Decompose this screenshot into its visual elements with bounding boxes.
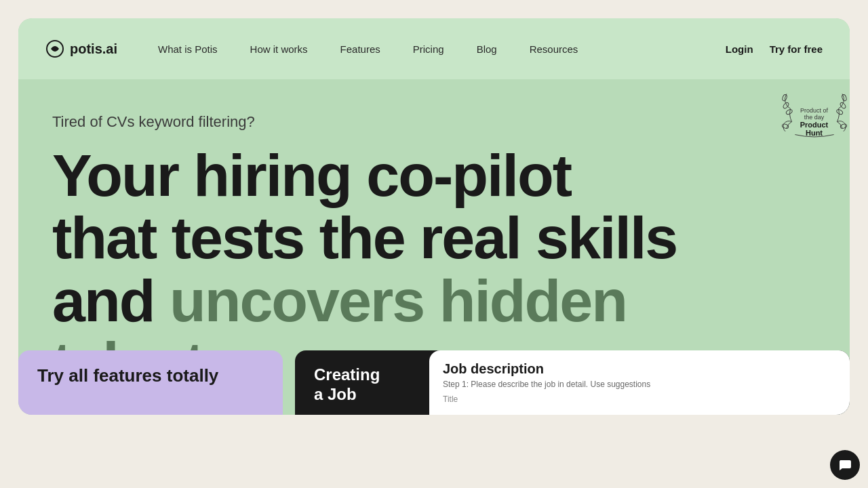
nav-what-is-potis[interactable]: What is Potis [158, 43, 218, 55]
chat-button[interactable] [830, 450, 860, 480]
badge-product-of-day: Product of the day [796, 107, 832, 121]
try-free-button[interactable]: Try for free [770, 43, 823, 55]
logo-area[interactable]: potis.ai [45, 39, 117, 58]
product-hunt-badge: Product of the day Product Hunt [778, 86, 850, 157]
headline-line3-prefix: and [52, 267, 170, 334]
laurel-container: Product of the day Product Hunt [778, 86, 850, 157]
svg-point-2 [782, 102, 789, 109]
svg-point-4 [781, 123, 789, 129]
purple-card[interactable]: Try all features totally [18, 350, 283, 415]
hero-subtitle: Tired of CVs keyword filtering? [52, 113, 816, 131]
nav-resources[interactable]: Resources [530, 43, 578, 55]
job-desc-card: Job description Step 1: Please describe … [429, 350, 850, 415]
potis-logo-icon [45, 39, 64, 58]
svg-point-6 [839, 102, 846, 109]
logo-text: potis.ai [70, 41, 117, 57]
svg-point-8 [840, 123, 847, 129]
dark-card-line1: Creating [314, 365, 380, 385]
nav-features[interactable]: Features [340, 43, 380, 55]
svg-point-3 [781, 94, 787, 102]
nav-how-it-works[interactable]: How it works [250, 43, 308, 55]
navbar: potis.ai What is Potis How it works Feat… [18, 18, 850, 79]
headline-line1: Your hiring co-pilot [52, 142, 571, 209]
badge-product-hunt: Product Hunt [796, 121, 832, 137]
job-desc-field-label: Title [443, 394, 836, 404]
nav-pricing[interactable]: Pricing [413, 43, 444, 55]
job-desc-subtitle: Step 1: Please describe the job in detai… [443, 380, 836, 389]
hero-content: Tired of CVs keyword filtering? Your hir… [18, 79, 850, 395]
nav-right: Login Try for free [726, 43, 823, 55]
page-wrapper: potis.ai What is Potis How it works Feat… [0, 0, 868, 488]
svg-point-1 [785, 108, 793, 115]
login-button[interactable]: Login [726, 43, 753, 55]
purple-card-text: Try all features totally [37, 365, 218, 386]
job-desc-title: Job description [443, 361, 836, 377]
nav-blog[interactable]: Blog [477, 43, 497, 55]
chat-icon [837, 458, 852, 472]
product-hunt-text: Product of the day Product Hunt [796, 107, 832, 137]
dark-card: Creating a Job Job description Step 1: P… [295, 350, 850, 415]
dark-card-content: Creating a Job [314, 365, 380, 405]
nav-links: What is Potis How it works Features Pric… [158, 43, 726, 55]
hero-card: potis.ai What is Potis How it works Feat… [18, 18, 850, 415]
dark-card-line2: a Job [314, 385, 380, 405]
headline-line2: that tests the real skills [52, 204, 677, 271]
svg-point-5 [835, 108, 843, 115]
